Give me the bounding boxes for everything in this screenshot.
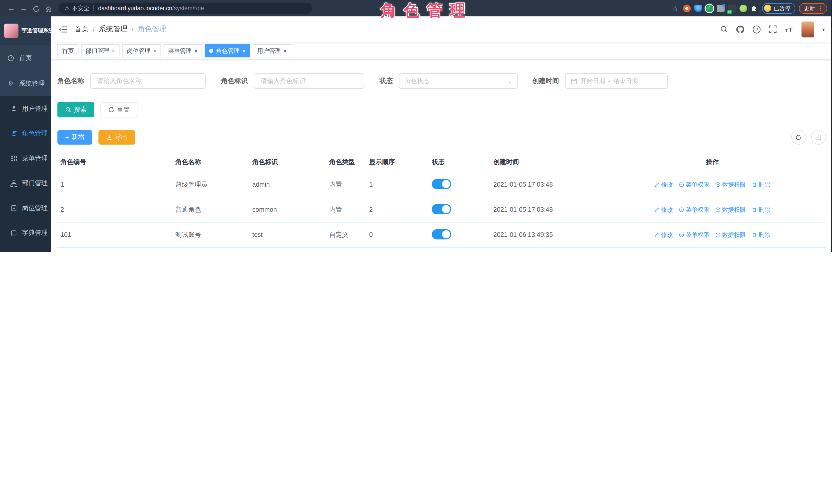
extension-icon-grey[interactable] <box>717 4 724 12</box>
gear-icon: ⚙ <box>7 80 15 87</box>
edit-label: 修改 <box>661 181 673 188</box>
add-button[interactable]: + 新增 <box>57 130 92 144</box>
delete-link[interactable]: 删除 <box>752 206 771 214</box>
status-select[interactable]: 角色状态 ⌄ <box>399 73 518 89</box>
role-name-input[interactable] <box>96 77 200 85</box>
col-role-id: 角色编号 <box>57 152 172 172</box>
close-icon[interactable]: × <box>112 48 115 54</box>
sidebar-item-label: 岗位管理 <box>22 204 48 213</box>
search-button-label: 搜索 <box>74 105 87 114</box>
delete-link[interactable]: 删除 <box>752 181 771 188</box>
bookmark-star-icon[interactable]: ☆ <box>672 4 678 12</box>
role-key-input[interactable] <box>259 77 359 85</box>
column-settings-button[interactable] <box>811 130 826 144</box>
cell-sort: 1 <box>366 172 429 197</box>
cell-sort: 0 <box>366 222 429 247</box>
sidebar: 芋道管理系统 首页 ⚙ 系统管理 ⌃ 用户管理 角色 <box>0 17 51 252</box>
row-actions: 修改 菜单权限 数据权限 删除 <box>602 206 823 214</box>
dashboard-icon <box>7 54 15 61</box>
cell-role-id: 1 <box>57 172 172 197</box>
menu-permission-link[interactable]: 菜单权限 <box>679 206 709 214</box>
kebab-menu-icon[interactable]: ⋮ <box>817 5 823 11</box>
tab-home[interactable]: 首页 <box>57 44 78 57</box>
tab-menus[interactable]: 菜单管理 × <box>163 44 202 57</box>
reload-icon[interactable] <box>30 0 42 17</box>
cell-role-id: 101 <box>57 222 172 247</box>
search-icon[interactable] <box>720 25 728 33</box>
reset-button[interactable]: 重置 <box>101 102 137 117</box>
tab-roles[interactable]: 角色管理 × <box>205 44 250 57</box>
fullscreen-icon[interactable] <box>769 25 777 33</box>
status-toggle[interactable] <box>432 179 451 189</box>
data-permission-link[interactable]: 数据权限 <box>716 181 746 188</box>
end-date-placeholder: 结束日期 <box>613 77 638 85</box>
search-button[interactable]: 搜索 <box>57 102 94 117</box>
edit-label: 修改 <box>661 231 673 239</box>
tab-departments[interactable]: 部门管理 × <box>81 44 120 57</box>
edit-link[interactable]: 修改 <box>655 181 673 188</box>
collapse-sidebar-icon[interactable] <box>58 25 67 33</box>
refresh-table-button[interactable] <box>791 130 806 144</box>
close-icon[interactable]: × <box>194 48 198 54</box>
github-icon[interactable] <box>736 25 745 33</box>
extension-icon-green-check[interactable]: ✓ <box>705 4 713 12</box>
create-time-label: 创建时间 <box>532 76 559 86</box>
delete-link[interactable]: 删除 <box>752 231 771 239</box>
app-logo-row[interactable]: 芋道管理系统 <box>0 17 51 45</box>
sidebar-item-users[interactable]: 用户管理 <box>0 97 51 121</box>
sidebar-item-departments[interactable]: 部门管理 <box>0 171 51 196</box>
help-icon[interactable]: ? <box>753 25 761 33</box>
breadcrumb-separator: / <box>93 25 95 33</box>
tab-posts[interactable]: 岗位管理 × <box>122 44 161 57</box>
main-area: 首页 / 系统管理 / 角色管理 ? TT ▾ 首页 <box>51 17 832 252</box>
sidebar-item-menus[interactable]: 菜单管理 <box>0 146 51 171</box>
chevron-down-icon[interactable]: ▾ <box>822 26 825 32</box>
sidebar-item-home[interactable]: 首页 <box>0 45 51 71</box>
data-permission-link[interactable]: 数据权限 <box>716 206 746 214</box>
delete-label: 删除 <box>759 181 771 188</box>
sidebar-item-posts[interactable]: 岗位管理 <box>0 196 51 221</box>
date-range-picker[interactable]: 开始日期 - 结束日期 <box>565 73 668 89</box>
extension-icon-blue-shield[interactable] <box>694 4 702 12</box>
sidebar-item-roles[interactable]: 角色管理 <box>0 121 51 146</box>
tab-users[interactable]: 用户管理 × <box>253 44 291 57</box>
cell-role-key: test <box>249 222 326 247</box>
tab-label: 用户管理 <box>257 47 281 55</box>
cell-created: 2021-01-05 17:03:48 <box>490 197 599 222</box>
menu-permission-link[interactable]: 菜单权限 <box>679 181 709 188</box>
role-name-input-wrap <box>90 73 206 89</box>
status-toggle[interactable] <box>432 229 451 239</box>
profile-paused-pill[interactable]: 已暂停 <box>762 3 795 14</box>
breadcrumb-home[interactable]: 首页 <box>74 25 89 34</box>
export-button[interactable]: 导出 <box>98 130 135 144</box>
home-icon[interactable] <box>42 0 54 17</box>
window-scrollbar[interactable] <box>830 0 832 252</box>
close-icon[interactable]: × <box>284 48 287 54</box>
edit-link[interactable]: 修改 <box>655 231 673 239</box>
forward-icon[interactable]: → <box>18 0 30 17</box>
status-toggle[interactable] <box>432 204 451 214</box>
extension-icon-monster[interactable] <box>739 4 747 12</box>
data-permission-link[interactable]: 数据权限 <box>716 231 746 239</box>
edit-label: 修改 <box>661 206 673 214</box>
address-bar[interactable]: ⚠ 不安全 dashboard.yudao.iocoder.cn /system… <box>58 3 312 14</box>
status-select-placeholder: 角色状态 <box>405 77 429 85</box>
extension-icon-dark[interactable]: on <box>728 4 735 12</box>
sidebar-item-system[interactable]: ⚙ 系统管理 ⌃ <box>0 71 51 97</box>
tab-label: 岗位管理 <box>127 47 151 55</box>
url-divider <box>94 5 94 11</box>
extensions-puzzle-icon[interactable] <box>751 4 758 12</box>
edit-link[interactable]: 修改 <box>655 206 673 214</box>
close-icon[interactable]: × <box>153 48 156 54</box>
sidebar-item-notices[interactable]: 通知公告 <box>0 246 51 252</box>
sidebar-item-dictionary[interactable]: 字典管理 <box>0 221 51 246</box>
breadcrumb-section[interactable]: 系统管理 <box>99 25 127 34</box>
app-window: 芋道管理系统 首页 ⚙ 系统管理 ⌃ 用户管理 角色 <box>0 17 832 252</box>
extension-icon-orange[interactable] <box>683 4 691 12</box>
user-avatar[interactable] <box>802 21 814 37</box>
menu-permission-link[interactable]: 菜单权限 <box>679 231 709 239</box>
font-size-icon[interactable]: TT <box>785 25 794 33</box>
back-icon[interactable]: ← <box>5 0 18 17</box>
close-icon[interactable]: × <box>242 48 245 54</box>
browser-update-button[interactable]: 更新 ⋮ <box>799 3 827 14</box>
